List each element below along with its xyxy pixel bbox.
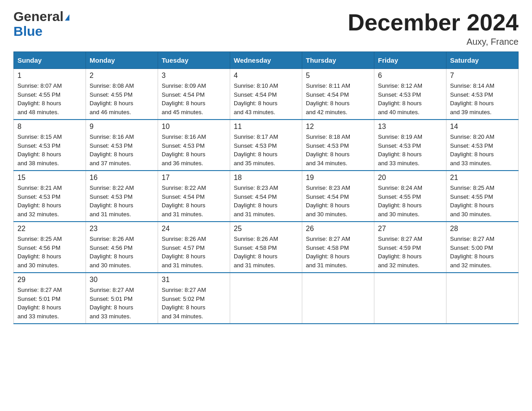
day-cell: 27 Sunrise: 8:27 AM Sunset: 4:59 PM Dayl… [374,222,446,273]
calendar-table: Sunday Monday Tuesday Wednesday Thursday… [13,51,519,324]
day-number: 21 [450,174,515,182]
col-tuesday: Tuesday [158,52,230,69]
day-cell: 31 Sunrise: 8:27 AM Sunset: 5:02 PM Dayl… [158,273,230,324]
day-number: 23 [90,225,154,233]
day-cell: 4 Sunrise: 8:10 AM Sunset: 4:54 PM Dayli… [230,69,302,120]
day-cell: 6 Sunrise: 8:12 AM Sunset: 4:53 PM Dayli… [374,69,446,120]
day-cell: 20 Sunrise: 8:24 AM Sunset: 4:55 PM Dayl… [374,171,446,222]
day-cell: 28 Sunrise: 8:27 AM Sunset: 5:00 PM Dayl… [446,222,519,273]
day-number: 2 [90,72,154,80]
day-number: 4 [234,72,298,80]
day-info: Sunrise: 8:14 AM Sunset: 4:53 PM Dayligh… [450,81,515,116]
day-number: 24 [162,225,226,233]
day-number: 14 [450,123,515,131]
day-number: 3 [162,72,226,80]
day-info: Sunrise: 8:26 AM Sunset: 4:56 PM Dayligh… [90,235,154,270]
day-info: Sunrise: 8:22 AM Sunset: 4:53 PM Dayligh… [90,184,154,218]
day-info: Sunrise: 8:27 AM Sunset: 5:01 PM Dayligh… [17,286,82,321]
day-number: 20 [378,174,442,182]
day-info: Sunrise: 8:27 AM Sunset: 5:00 PM Dayligh… [450,235,515,270]
day-info: Sunrise: 8:18 AM Sunset: 4:53 PM Dayligh… [306,133,370,167]
day-number: 18 [234,174,298,182]
page-header: General Blue December 2024 Auxy, France [13,9,519,47]
day-number: 13 [378,123,442,131]
day-number: 1 [17,72,82,80]
day-info: Sunrise: 8:19 AM Sunset: 4:53 PM Dayligh… [378,133,442,167]
col-saturday: Saturday [446,52,519,69]
logo-general: General [13,9,64,24]
logo-blue: Blue [13,24,43,39]
day-info: Sunrise: 8:26 AM Sunset: 4:57 PM Dayligh… [162,235,226,270]
day-cell: 2 Sunrise: 8:08 AM Sunset: 4:55 PM Dayli… [86,69,158,120]
day-info: Sunrise: 8:21 AM Sunset: 4:53 PM Dayligh… [17,184,82,218]
day-info: Sunrise: 8:27 AM Sunset: 5:01 PM Dayligh… [90,286,154,321]
day-cell: 10 Sunrise: 8:16 AM Sunset: 4:53 PM Dayl… [158,120,230,171]
day-info: Sunrise: 8:09 AM Sunset: 4:54 PM Dayligh… [162,81,226,116]
day-info: Sunrise: 8:27 AM Sunset: 4:59 PM Dayligh… [378,235,442,270]
col-monday: Monday [86,52,158,69]
day-cell: 23 Sunrise: 8:26 AM Sunset: 4:56 PM Dayl… [86,222,158,273]
day-info: Sunrise: 8:23 AM Sunset: 4:54 PM Dayligh… [234,184,298,218]
day-number: 28 [450,225,515,233]
day-cell: 25 Sunrise: 8:26 AM Sunset: 4:58 PM Dayl… [230,222,302,273]
week-row-1: 1 Sunrise: 8:07 AM Sunset: 4:55 PM Dayli… [14,69,519,120]
day-info: Sunrise: 8:20 AM Sunset: 4:53 PM Dayligh… [450,133,515,167]
day-cell: 26 Sunrise: 8:27 AM Sunset: 4:58 PM Dayl… [302,222,374,273]
day-info: Sunrise: 8:17 AM Sunset: 4:53 PM Dayligh… [234,133,298,167]
day-cell: 19 Sunrise: 8:23 AM Sunset: 4:54 PM Dayl… [302,171,374,222]
day-cell: 29 Sunrise: 8:27 AM Sunset: 5:01 PM Dayl… [14,273,86,324]
day-number: 8 [17,123,82,131]
day-cell: 18 Sunrise: 8:23 AM Sunset: 4:54 PM Dayl… [230,171,302,222]
day-number: 7 [450,72,515,80]
week-row-5: 29 Sunrise: 8:27 AM Sunset: 5:01 PM Dayl… [14,273,519,324]
day-number: 31 [162,276,226,284]
day-cell: 15 Sunrise: 8:21 AM Sunset: 4:53 PM Dayl… [14,171,86,222]
day-cell: 17 Sunrise: 8:22 AM Sunset: 4:54 PM Dayl… [158,171,230,222]
col-sunday: Sunday [14,52,86,69]
day-number: 6 [378,72,442,80]
month-title: December 2024 [348,9,519,36]
day-cell: 5 Sunrise: 8:11 AM Sunset: 4:54 PM Dayli… [302,69,374,120]
header-row: Sunday Monday Tuesday Wednesday Thursday… [14,52,519,69]
location: Auxy, France [348,37,519,47]
col-wednesday: Wednesday [230,52,302,69]
day-cell: 7 Sunrise: 8:14 AM Sunset: 4:53 PM Dayli… [446,69,519,120]
day-info: Sunrise: 8:27 AM Sunset: 5:02 PM Dayligh… [162,286,226,321]
day-cell: 22 Sunrise: 8:25 AM Sunset: 4:56 PM Dayl… [14,222,86,273]
day-number: 27 [378,225,442,233]
day-info: Sunrise: 8:26 AM Sunset: 4:58 PM Dayligh… [234,235,298,270]
day-cell: 16 Sunrise: 8:22 AM Sunset: 4:53 PM Dayl… [86,171,158,222]
day-cell [302,273,374,324]
day-info: Sunrise: 8:15 AM Sunset: 4:53 PM Dayligh… [17,133,82,167]
logo: General Blue [13,9,69,39]
day-number: 5 [306,72,370,80]
day-number: 22 [17,225,82,233]
col-friday: Friday [374,52,446,69]
day-info: Sunrise: 8:11 AM Sunset: 4:54 PM Dayligh… [306,81,370,116]
day-number: 30 [90,276,154,284]
day-number: 17 [162,174,226,182]
day-number: 29 [17,276,82,284]
title-section: December 2024 Auxy, France [348,9,519,47]
day-info: Sunrise: 8:25 AM Sunset: 4:55 PM Dayligh… [450,184,515,218]
day-cell: 21 Sunrise: 8:25 AM Sunset: 4:55 PM Dayl… [446,171,519,222]
day-info: Sunrise: 8:16 AM Sunset: 4:53 PM Dayligh… [90,133,154,167]
day-cell: 3 Sunrise: 8:09 AM Sunset: 4:54 PM Dayli… [158,69,230,120]
day-number: 16 [90,174,154,182]
day-info: Sunrise: 8:10 AM Sunset: 4:54 PM Dayligh… [234,81,298,116]
day-number: 9 [90,123,154,131]
day-cell: 8 Sunrise: 8:15 AM Sunset: 4:53 PM Dayli… [14,120,86,171]
day-info: Sunrise: 8:22 AM Sunset: 4:54 PM Dayligh… [162,184,226,218]
day-number: 12 [306,123,370,131]
day-info: Sunrise: 8:12 AM Sunset: 4:53 PM Dayligh… [378,81,442,116]
week-row-4: 22 Sunrise: 8:25 AM Sunset: 4:56 PM Dayl… [14,222,519,273]
day-cell: 12 Sunrise: 8:18 AM Sunset: 4:53 PM Dayl… [302,120,374,171]
day-info: Sunrise: 8:24 AM Sunset: 4:55 PM Dayligh… [378,184,442,218]
day-number: 11 [234,123,298,131]
col-thursday: Thursday [302,52,374,69]
day-cell [374,273,446,324]
day-number: 10 [162,123,226,131]
day-cell: 13 Sunrise: 8:19 AM Sunset: 4:53 PM Dayl… [374,120,446,171]
day-number: 26 [306,225,370,233]
day-info: Sunrise: 8:25 AM Sunset: 4:56 PM Dayligh… [17,235,82,270]
